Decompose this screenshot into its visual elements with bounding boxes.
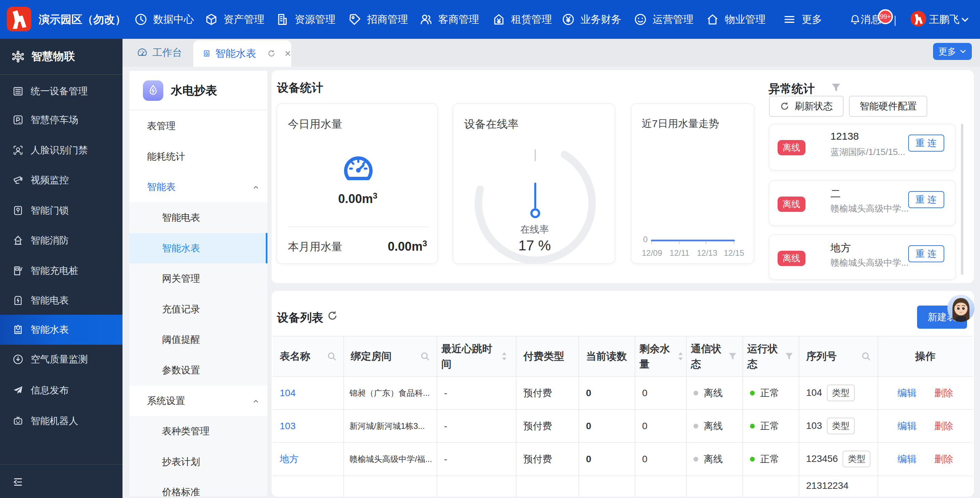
- svg-text:12/15: 12/15: [724, 248, 744, 257]
- svg-text:12/11: 12/11: [670, 248, 689, 257]
- svg-text:0: 0: [643, 235, 648, 244]
- svg-text:12/09: 12/09: [642, 248, 662, 257]
- svg-text:12/13: 12/13: [697, 248, 717, 257]
